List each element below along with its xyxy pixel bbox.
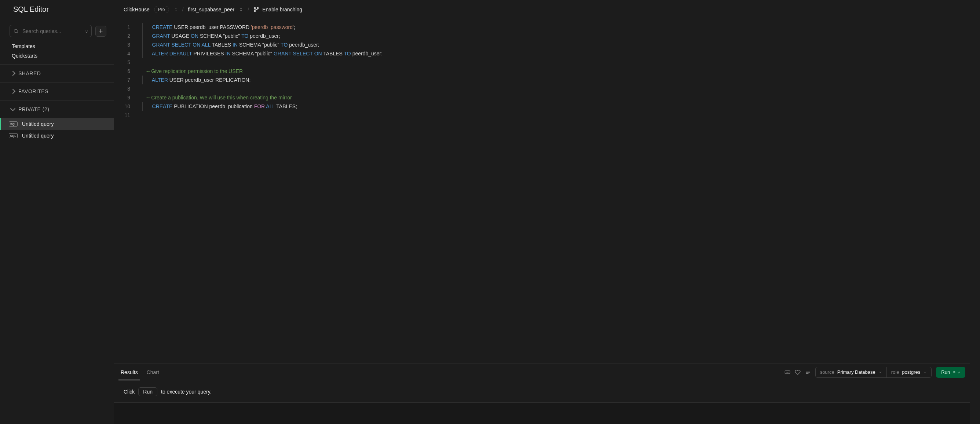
sql-icon: SQL [9, 121, 18, 126]
code-line[interactable]: ALTER DEFAULT PRIVILEGES IN SCHEMA "publ… [142, 49, 965, 58]
run-shortcut: ⌘ ↵ [953, 370, 960, 375]
source-segment[interactable]: source Primary Database [816, 367, 886, 378]
chevron-down-icon [878, 370, 882, 374]
heart-icon[interactable] [795, 369, 801, 375]
templates-link[interactable]: Templates [0, 41, 114, 51]
topbar: ClickHouse Pro / first_supabase_peer / E… [114, 0, 970, 19]
tab-results[interactable]: Results [118, 364, 140, 380]
tab-chart[interactable]: Chart [145, 364, 161, 380]
role-segment[interactable]: role postgres [886, 367, 932, 378]
run-button[interactable]: Run ⌘ ↵ [936, 367, 965, 378]
peer-name[interactable]: first_supabase_peer [188, 6, 234, 13]
app-title: SQL Editor [0, 0, 114, 19]
sql-icon: SQL [9, 133, 18, 138]
code-line[interactable]: CREATE USER peerdb_user PASSWORD 'peerdb… [142, 23, 965, 32]
chevron-sort-icon[interactable] [84, 29, 89, 33]
svg-rect-5 [785, 371, 790, 374]
hint-pre: Click [124, 389, 135, 395]
svg-point-2 [254, 7, 255, 8]
code-line[interactable]: GRANT USAGE ON SCHEMA "public" TO peerdb… [142, 32, 965, 40]
hint-pill: Run [138, 387, 158, 396]
separator: / [182, 6, 184, 13]
chevron-down-icon [10, 106, 15, 111]
search-box [10, 25, 92, 37]
svg-point-0 [14, 29, 18, 33]
code-line[interactable]: CREATE PUBLICATION peerdb_publication FO… [142, 102, 965, 111]
code-line[interactable]: GRANT SELECT ON ALL TABLES IN SCHEMA "pu… [142, 40, 965, 49]
main: ClickHouse Pro / first_supabase_peer / E… [114, 0, 970, 424]
code-line[interactable] [142, 84, 965, 93]
code-line[interactable]: -- Give replication permission to the US… [142, 67, 965, 76]
branch-label: Enable branching [262, 6, 302, 13]
sidebar: SQL Editor + Templates Quickstarts SHARE… [0, 0, 114, 424]
svg-point-4 [257, 7, 258, 8]
section-private[interactable]: PRIVATE (2) [0, 100, 114, 118]
run-label: Run [941, 369, 950, 375]
section-favorites[interactable]: FAVORITES [0, 83, 114, 100]
editor[interactable]: 1234567891011 CREATE USER peerdb_user PA… [114, 19, 970, 363]
source-selector: source Primary Database role postgres [815, 367, 932, 378]
code-line[interactable] [142, 58, 965, 67]
source-value: Primary Database [837, 369, 875, 375]
results-empty [114, 403, 970, 424]
quickstarts-link[interactable]: Quickstarts [0, 51, 114, 61]
private-list: SQLUntitled querySQLUntitled query [0, 118, 114, 142]
project-name[interactable]: ClickHouse [124, 6, 150, 13]
chevron-right-icon [10, 71, 15, 76]
sidebar-item-query[interactable]: SQLUntitled query [0, 130, 114, 142]
search-icon [13, 28, 19, 34]
plan-badge: Pro [154, 6, 169, 13]
section-shared[interactable]: SHARED [0, 65, 114, 83]
role-label: role [891, 369, 899, 375]
keyboard-icon[interactable] [784, 369, 791, 375]
gutter: 1234567891011 [114, 19, 137, 363]
new-query-button[interactable]: + [95, 26, 107, 37]
code-line[interactable]: -- Create a publication. We will use thi… [142, 93, 965, 102]
lines-icon[interactable] [805, 369, 811, 375]
chevron-right-icon [10, 89, 15, 94]
role-value: postgres [902, 369, 920, 375]
sidebar-item-query[interactable]: SQLUntitled query [0, 118, 114, 130]
code-line[interactable]: ALTER USER peerdb_user REPLICATION; [142, 76, 965, 84]
svg-point-3 [254, 10, 255, 11]
section-label: FAVORITES [18, 88, 48, 94]
separator: / [248, 6, 249, 13]
section-label: SHARED [18, 70, 41, 76]
enable-branching-button[interactable]: Enable branching [253, 6, 302, 13]
query-label: Untitled query [22, 133, 54, 139]
results-hint: Click Run to execute your query. [114, 381, 970, 403]
hint-post: to execute your query. [161, 389, 211, 395]
section-label: PRIVATE (2) [18, 106, 49, 112]
query-label: Untitled query [22, 121, 54, 127]
code-area[interactable]: CREATE USER peerdb_user PASSWORD 'peerdb… [137, 19, 970, 363]
search-row: + [0, 19, 114, 41]
chevron-sort-icon[interactable] [239, 7, 243, 12]
results-bar: Results Chart source Primary Database ro… [114, 363, 970, 381]
chevron-down-icon [923, 370, 927, 374]
branch-icon [253, 6, 259, 13]
right-strip [970, 0, 980, 424]
code-line[interactable] [142, 111, 965, 120]
chevron-sort-icon[interactable] [173, 7, 178, 12]
search-input[interactable] [10, 25, 92, 37]
source-label: source [820, 369, 834, 375]
svg-line-1 [17, 32, 18, 33]
